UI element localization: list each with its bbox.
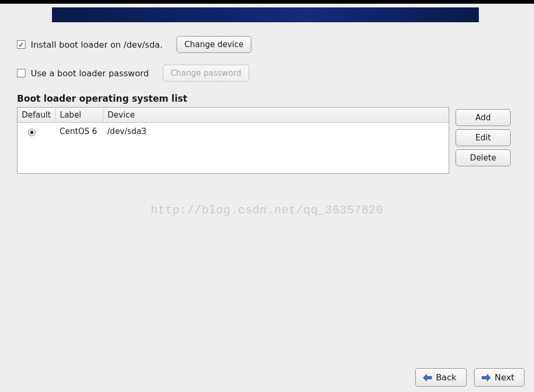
window-top-border (0, 0, 534, 4)
change-password-button: Change password (163, 65, 249, 82)
radio-dot-icon (30, 131, 33, 134)
bootloader-password-checkbox[interactable] (17, 69, 25, 77)
column-header-label[interactable]: Label (55, 108, 103, 123)
os-list-table-container: Default Label Device CentOS 6 /dev/sda3 (17, 107, 449, 174)
install-bootloader-checkbox[interactable]: ✓ (17, 40, 25, 49)
bootloader-password-label: Use a boot loader password (31, 68, 149, 78)
install-bootloader-row: ✓ Install boot loader on /dev/sda. Chang… (17, 36, 519, 53)
table-header-row: Default Label Device (17, 108, 449, 123)
default-os-radio[interactable] (28, 129, 36, 136)
column-header-default[interactable]: Default (17, 108, 55, 123)
os-list-title: Boot loader operating system list (17, 93, 519, 104)
os-list-area: Default Label Device CentOS 6 /dev/sda3 (17, 107, 519, 174)
change-device-button[interactable]: Change device (177, 36, 251, 53)
main-content: ✓ Install boot loader on /dev/sda. Chang… (17, 36, 519, 174)
next-button[interactable]: Next (474, 368, 524, 387)
back-button-label: Back (436, 372, 457, 382)
arrow-right-icon (481, 373, 492, 382)
watermark-text: http://blog.csdn.net/qq_36357820 (0, 204, 534, 217)
bootloader-password-row: Use a boot loader password Change passwo… (17, 65, 519, 82)
cell-label: CentOS 6 (55, 123, 103, 140)
back-button[interactable]: Back (415, 368, 467, 387)
delete-button[interactable]: Delete (456, 149, 511, 166)
table-row[interactable]: CentOS 6 /dev/sda3 (17, 123, 449, 140)
os-list-table: Default Label Device CentOS 6 /dev/sda3 (17, 108, 449, 140)
edit-button[interactable]: Edit (456, 129, 511, 146)
cell-default (17, 123, 55, 140)
checkmark-icon: ✓ (19, 41, 24, 48)
header-banner (52, 7, 479, 22)
arrow-left-icon (422, 373, 433, 382)
install-bootloader-label: Install boot loader on /dev/sda. (31, 40, 163, 50)
next-button-label: Next (495, 372, 514, 382)
add-button[interactable]: Add (456, 109, 511, 126)
column-header-device[interactable]: Device (103, 108, 449, 123)
os-list-side-buttons: Add Edit Delete (456, 109, 511, 166)
cell-device: /dev/sda3 (103, 123, 449, 140)
footer-nav: Back Next (415, 368, 524, 387)
